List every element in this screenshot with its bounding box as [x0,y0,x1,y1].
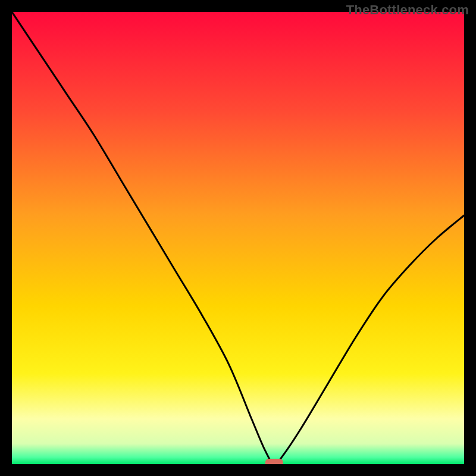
chart-frame: TheBottleneck.com [0,0,476,476]
plot-area [12,12,464,464]
gradient-background [12,12,464,464]
bottleneck-chart-svg [12,12,464,464]
watermark-text: TheBottleneck.com [346,2,469,18]
optimal-point-marker [265,459,283,464]
